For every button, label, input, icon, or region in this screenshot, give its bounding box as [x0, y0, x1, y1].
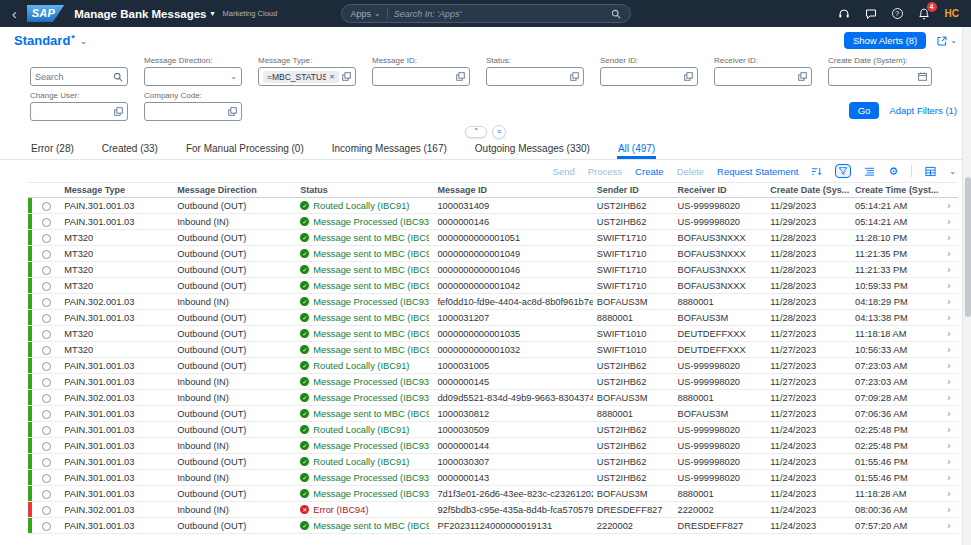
column-header-message-direction[interactable]: Message Direction	[173, 183, 296, 198]
request-statement-button[interactable]: Request Statement	[717, 166, 798, 177]
value-help-icon[interactable]	[114, 107, 123, 116]
collapse-header-button[interactable]: ⌃	[465, 126, 487, 138]
row-navigate-icon[interactable]: ›	[947, 344, 950, 355]
tab-for-manual-processing-0[interactable]: For Manual Processing (0)	[185, 143, 305, 159]
tab-created-33[interactable]: Created (33)	[101, 143, 159, 159]
row-navigate-icon[interactable]: ›	[947, 232, 950, 243]
message-direction-input[interactable]: ⌄	[144, 67, 242, 86]
row-navigate-icon[interactable]: ›	[947, 296, 950, 307]
calendar-icon[interactable]	[918, 72, 927, 81]
table-row[interactable]: PAIN.301.001.03Outbound (OUT)✓Routed Loc…	[28, 358, 958, 374]
token-remove-icon[interactable]: ✕	[329, 73, 335, 81]
row-navigate-icon[interactable]: ›	[947, 200, 950, 211]
scrollbar-thumb[interactable]	[965, 177, 971, 317]
value-help-icon[interactable]	[684, 72, 693, 81]
row-navigate-icon[interactable]: ›	[947, 280, 950, 291]
value-help-icon[interactable]	[456, 72, 465, 81]
row-checkbox[interactable]	[42, 234, 51, 243]
row-navigate-icon[interactable]: ›	[947, 472, 950, 483]
delete-button[interactable]: Delete	[677, 166, 704, 177]
row-navigate-icon[interactable]: ›	[947, 488, 950, 499]
filter-search-control[interactable]	[30, 67, 128, 86]
row-checkbox[interactable]	[42, 314, 51, 323]
table-row[interactable]: PAIN.301.001.03Inbound (IN)✓Message Proc…	[28, 438, 958, 454]
back-button[interactable]: ‹	[12, 7, 17, 21]
sender-id-input[interactable]	[600, 67, 698, 86]
table-row[interactable]: PAIN.301.001.03Outbound (OUT)✓Routed Loc…	[28, 198, 958, 214]
receiver-id-input[interactable]	[714, 67, 812, 86]
value-help-icon[interactable]	[228, 107, 237, 116]
select-all-cell[interactable]	[32, 183, 60, 198]
create-button[interactable]: Create	[635, 166, 664, 177]
table-row[interactable]: MT320Outbound (OUT)✓Message sent to MBC …	[28, 262, 958, 278]
support-headset-icon[interactable]	[838, 8, 850, 20]
column-header-message-id[interactable]: Message ID	[433, 183, 592, 198]
variant-title[interactable]: Standard *	[14, 33, 75, 48]
row-navigate-icon[interactable]: ›	[947, 520, 950, 531]
column-header-sender-id[interactable]: Sender ID	[593, 183, 674, 198]
user-avatar[interactable]: HC	[945, 8, 959, 19]
row-checkbox[interactable]	[42, 522, 51, 531]
table-row[interactable]: PAIN.301.001.03Inbound (IN)✓Message Proc…	[28, 214, 958, 230]
value-help-icon[interactable]	[570, 72, 579, 81]
row-checkbox[interactable]	[42, 202, 51, 211]
row-navigate-icon[interactable]: ›	[947, 312, 950, 323]
table-row[interactable]: PAIN.301.001.03Inbound (IN)✓Message Proc…	[28, 470, 958, 486]
value-help-icon[interactable]	[798, 72, 807, 81]
row-navigate-icon[interactable]: ›	[947, 216, 950, 227]
app-title-menu[interactable]: Manage Bank Messages ▾	[74, 8, 214, 20]
table-row[interactable]: PAIN.302.001.03Inbound (IN)✓Message Proc…	[28, 390, 958, 406]
change-user-input[interactable]	[30, 102, 128, 121]
create-date-system-input[interactable]	[828, 67, 932, 86]
row-checkbox[interactable]	[42, 410, 51, 419]
row-navigate-icon[interactable]: ›	[947, 376, 950, 387]
table-row[interactable]: PAIN.302.001.03Inbound (IN)✕Error (IBC94…	[28, 502, 958, 518]
message-type-input[interactable]: =MBC_STATUS✕	[258, 67, 356, 86]
go-button[interactable]: Go	[849, 102, 880, 119]
tab-outgoing-messages-330[interactable]: Outgoing Messages (330)	[474, 143, 591, 159]
settings-gear-icon[interactable]: ⚙	[888, 166, 898, 177]
row-checkbox[interactable]	[42, 506, 51, 515]
vertical-scrollbar[interactable]	[962, 27, 971, 545]
feedback-chat-icon[interactable]	[865, 8, 877, 20]
sap-logo[interactable]: SAP	[27, 5, 65, 22]
row-checkbox[interactable]	[42, 346, 51, 355]
process-button[interactable]: Process	[588, 166, 622, 177]
table-row[interactable]: PAIN.301.001.03Outbound (OUT)✓Message se…	[28, 518, 958, 534]
message-id-input[interactable]	[372, 67, 470, 86]
row-checkbox[interactable]	[42, 266, 51, 275]
shell-search-input[interactable]	[394, 9, 605, 19]
table-row[interactable]: PAIN.301.001.03Outbound (OUT)✓Message se…	[28, 310, 958, 326]
row-navigate-icon[interactable]: ›	[947, 504, 950, 515]
row-checkbox[interactable]	[42, 330, 51, 339]
column-header-create-time-syst[interactable]: Create Time (Syst...	[851, 183, 940, 198]
help-icon[interactable]: ?	[892, 8, 903, 19]
row-checkbox[interactable]	[42, 250, 51, 259]
row-navigate-icon[interactable]: ›	[947, 440, 950, 451]
table-row[interactable]: MT320Outbound (OUT)✓Message sent to MBC …	[28, 230, 958, 246]
row-checkbox[interactable]	[42, 426, 51, 435]
view-switch-caret-icon[interactable]: ⌄	[949, 167, 956, 176]
row-navigate-icon[interactable]: ›	[947, 408, 950, 419]
variant-caret-icon[interactable]: ⌄	[80, 36, 88, 46]
table-row[interactable]: PAIN.301.001.03Outbound (OUT)✓Routed Loc…	[28, 422, 958, 438]
row-checkbox[interactable]	[42, 490, 51, 499]
table-row[interactable]: PAIN.301.001.03Outbound (OUT)✓Message Pr…	[28, 486, 958, 502]
row-checkbox[interactable]	[42, 298, 51, 307]
table-row[interactable]: PAIN.301.001.03Outbound (OUT)✓Message se…	[28, 406, 958, 422]
group-icon[interactable]	[864, 166, 875, 177]
row-checkbox[interactable]	[42, 442, 51, 451]
table-row[interactable]: MT320Outbound (OUT)✓Message sent to MBC …	[28, 278, 958, 294]
row-checkbox[interactable]	[42, 218, 51, 227]
value-help-icon[interactable]	[342, 72, 351, 81]
search-icon[interactable]	[611, 9, 621, 19]
tab-incoming-messages-167[interactable]: Incoming Messages (167)	[331, 143, 448, 159]
column-header-message-type[interactable]: Message Type	[60, 183, 173, 198]
row-navigate-icon[interactable]: ›	[947, 248, 950, 259]
view-switch-icon[interactable]	[925, 166, 936, 177]
column-header-create-date-sys[interactable]: Create Date (Sys...	[766, 183, 851, 198]
status-input[interactable]	[486, 67, 584, 86]
row-checkbox[interactable]	[42, 474, 51, 483]
filter-icon[interactable]	[835, 164, 851, 178]
row-navigate-icon[interactable]: ›	[947, 392, 950, 403]
